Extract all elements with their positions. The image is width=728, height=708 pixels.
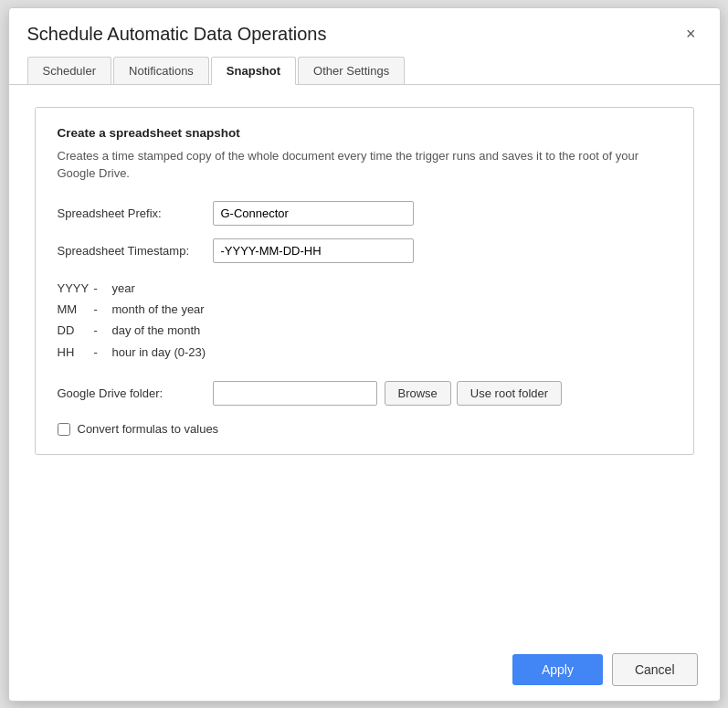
tab-bar: Scheduler Notifications Snapshot Other S… [9,57,720,85]
section-desc: Creates a time stamped copy of the whole… [58,147,671,183]
tab-other-settings[interactable]: Other Settings [298,57,405,84]
close-button[interactable]: × [681,23,702,46]
use-root-button[interactable]: Use root folder [457,381,562,406]
timestamp-row: Spreadsheet Timestamp: [58,238,671,263]
dialog-title: Schedule Automatic Data Operations [27,24,327,45]
timestamp-legend: YYYY - year MM - month of the year DD - … [58,278,671,364]
legend-code-mm: MM [58,299,90,320]
legend-desc-yyyy: year [112,278,135,299]
browse-button[interactable]: Browse [385,381,451,406]
drive-folder-input[interactable] [213,381,377,406]
cancel-button[interactable]: Cancel [612,653,698,686]
legend-desc-mm: month of the year [112,299,205,320]
drive-row: Google Drive folder: Browse Use root fol… [58,381,671,406]
drive-label: Google Drive folder: [58,386,213,400]
legend-code-hh: HH [58,342,90,363]
tab-notifications[interactable]: Notifications [113,57,209,84]
tab-scheduler[interactable]: Scheduler [27,57,112,84]
timestamp-input[interactable] [213,238,414,263]
legend-row-hh: HH - hour in day (0-23) [58,342,671,363]
apply-button[interactable]: Apply [512,654,603,685]
convert-formulas-checkbox[interactable] [58,423,70,436]
legend-desc-dd: day of the month [112,320,201,341]
convert-formulas-row: Convert formulas to values [58,422,671,436]
title-bar: Schedule Automatic Data Operations × [9,8,720,57]
prefix-input[interactable] [213,201,414,226]
convert-formulas-label: Convert formulas to values [78,422,219,436]
legend-row-mm: MM - month of the year [58,299,671,320]
legend-code-yyyy: YYYY [58,278,90,299]
tab-snapshot[interactable]: Snapshot [211,57,296,85]
prefix-label: Spreadsheet Prefix: [58,206,213,220]
section-title: Create a spreadsheet snapshot [58,126,671,140]
timestamp-label: Spreadsheet Timestamp: [58,244,213,258]
legend-desc-hh: hour in day (0-23) [112,342,206,363]
dialog-footer: Apply Cancel [9,640,720,701]
legend-row-yyyy: YYYY - year [58,278,671,299]
legend-code-dd: DD [58,320,90,341]
prefix-row: Spreadsheet Prefix: [58,201,671,226]
schedule-dialog: Schedule Automatic Data Operations × Sch… [8,7,721,702]
dialog-body: Create a spreadsheet snapshot Creates a … [9,85,720,640]
snapshot-content: Create a spreadsheet snapshot Creates a … [35,107,694,456]
legend-row-dd: DD - day of the month [58,320,671,341]
